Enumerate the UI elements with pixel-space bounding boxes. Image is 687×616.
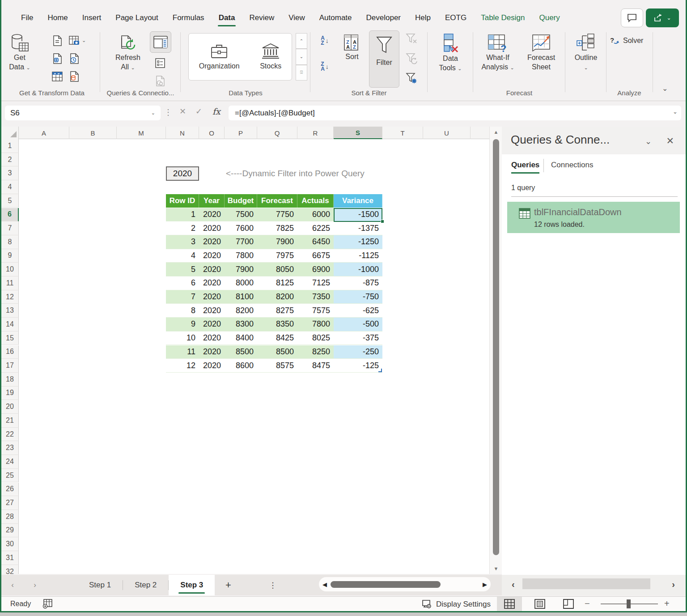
table-cell-r10-year[interactable]: 2020 xyxy=(199,331,225,345)
row-header-2[interactable]: 2 xyxy=(1,153,19,167)
existing-connections-button[interactable] xyxy=(68,71,80,82)
table-cell-r11-actuals[interactable]: 8250 xyxy=(297,345,334,359)
ribbon-tab-insert[interactable]: Insert xyxy=(75,8,109,28)
table-cell-r9-year[interactable]: 2020 xyxy=(199,318,225,331)
table-cell-r11-year[interactable]: 2020 xyxy=(199,345,225,359)
row-header-27[interactable]: 27 xyxy=(1,496,19,510)
row-header-5[interactable]: 5 xyxy=(1,194,19,208)
data-type-organization[interactable]: Organization xyxy=(199,43,240,70)
scroll-down-arrow[interactable]: ▼ xyxy=(490,563,502,574)
solver-button[interactable]: ? Solver xyxy=(610,36,643,46)
table-cell-r9-budget[interactable]: 8300 xyxy=(225,318,257,331)
table-cell-r3-row-id[interactable]: 3 xyxy=(166,235,199,249)
table-cell-r12-variance[interactable]: -125 xyxy=(334,359,382,373)
grid-vertical-scrollbar[interactable]: ▲ ▼ xyxy=(489,127,502,574)
panel-close-icon[interactable]: ✕ xyxy=(666,136,674,146)
name-box-chevron[interactable]: ⌄ xyxy=(151,110,155,116)
gallery-up-button[interactable]: ⌃ xyxy=(296,33,307,49)
scroll-right-arrow[interactable]: ▶ xyxy=(479,581,491,588)
sort-descending-button[interactable]: ZA↓ xyxy=(319,61,331,72)
row-header-16[interactable]: 16 xyxy=(1,345,19,359)
table-cell-r8-actuals[interactable]: 7575 xyxy=(297,304,334,318)
row-header-30[interactable]: 30 xyxy=(1,537,19,551)
table-cell-r9-row-id[interactable]: 9 xyxy=(166,318,199,331)
table-cell-r4-variance[interactable]: -1125 xyxy=(334,249,382,263)
table-cell-r6-variance[interactable]: -875 xyxy=(334,276,382,290)
formula-input[interactable]: =[@Actuals]-[@Budget] xyxy=(229,106,681,120)
ribbon-tab-query[interactable]: Query xyxy=(532,8,567,28)
macro-record-button[interactable] xyxy=(42,599,52,609)
table-cell-r8-year[interactable]: 2020 xyxy=(199,304,225,318)
year-filter-cell[interactable]: 2020 xyxy=(166,166,199,181)
table-cell-r4-row-id[interactable]: 4 xyxy=(166,249,199,263)
row-header-28[interactable]: 28 xyxy=(1,510,19,524)
row-header-32[interactable]: 32 xyxy=(1,565,19,574)
table-resize-handle[interactable] xyxy=(378,369,382,372)
table-cell-r6-forecast[interactable]: 8125 xyxy=(257,276,297,290)
column-header-P[interactable]: P xyxy=(225,127,257,139)
expand-formula-bar-chevron[interactable]: ⌄ xyxy=(673,108,678,115)
table-cell-r12-year[interactable]: 2020 xyxy=(199,359,225,373)
forecast-sheet-button[interactable]: Forecast Sheet xyxy=(521,30,561,72)
column-header-B[interactable]: B xyxy=(69,127,117,139)
row-header-10[interactable]: 10 xyxy=(1,263,19,276)
view-page-break-button[interactable] xyxy=(556,597,581,611)
column-header-S[interactable]: S xyxy=(334,127,382,139)
table-cell-r4-budget[interactable]: 7800 xyxy=(225,249,257,263)
table-cell-r5-year[interactable]: 2020 xyxy=(199,263,225,276)
recent-sources-button[interactable] xyxy=(68,53,80,64)
table-cell-r2-variance[interactable]: -1375 xyxy=(334,221,382,235)
table-cell-r2-forecast[interactable]: 7825 xyxy=(257,221,297,235)
table-cell-r3-budget[interactable]: 7700 xyxy=(225,235,257,249)
data-tools-button[interactable]: Data Tools ⌄ xyxy=(433,30,467,73)
gallery-down-button[interactable]: ⌄ xyxy=(296,49,307,64)
row-header-6[interactable]: 6 xyxy=(1,208,19,222)
query-list-item[interactable]: tblFInancialDataDown 12 rows loaded. xyxy=(507,202,680,233)
column-header-O[interactable]: O xyxy=(199,127,225,139)
table-cell-r4-forecast[interactable]: 7975 xyxy=(257,249,297,263)
column-header-Q[interactable]: Q xyxy=(257,127,297,139)
what-if-analysis-button[interactable]: ? What-If Analysis ⌄ xyxy=(476,30,519,72)
panel-scroll-thumb[interactable] xyxy=(522,578,650,589)
vertical-scroll-thumb[interactable] xyxy=(493,139,499,555)
table-cell-r12-row-id[interactable]: 12 xyxy=(166,359,199,373)
view-normal-button[interactable] xyxy=(497,597,522,611)
column-header-T[interactable]: T xyxy=(382,127,423,139)
table-cell-r5-forecast[interactable]: 8050 xyxy=(257,263,297,276)
insert-function-button[interactable]: fx xyxy=(212,106,221,116)
get-data-button[interactable]: Get Data ⌄ xyxy=(6,30,34,72)
table-cell-r7-year[interactable]: 2020 xyxy=(199,290,225,304)
sort-button[interactable]: Z A A Z Sort xyxy=(338,30,366,61)
table-cell-r6-budget[interactable]: 8000 xyxy=(225,276,257,290)
table-header-variance[interactable]: Variance xyxy=(334,194,382,208)
panel-options-chevron[interactable]: ⌄ xyxy=(645,136,652,146)
table-cell-r1-variance[interactable]: -1500 xyxy=(334,208,382,222)
zoom-out-button[interactable]: − xyxy=(585,599,590,609)
row-header-17[interactable]: 17 xyxy=(1,359,19,373)
table-cell-r3-forecast[interactable]: 7900 xyxy=(257,235,297,249)
table-cell-r12-forecast[interactable]: 8575 xyxy=(257,359,297,373)
tab-queries[interactable]: Queries xyxy=(511,161,539,170)
table-cell-r5-budget[interactable]: 7900 xyxy=(225,263,257,276)
view-page-layout-button[interactable] xyxy=(527,597,552,611)
column-header-M[interactable]: M xyxy=(117,127,166,139)
table-cell-r1-year[interactable]: 2020 xyxy=(199,208,225,222)
table-header-year[interactable]: Year xyxy=(199,194,225,208)
table-cell-r3-actuals[interactable]: 6450 xyxy=(297,235,334,249)
gallery-more-button[interactable]: ⍗ xyxy=(296,65,307,81)
share-button[interactable]: ⌄ xyxy=(646,8,679,27)
from-web-button[interactable] xyxy=(51,53,63,64)
sheet-nav-left-arrow[interactable]: ‹ xyxy=(1,575,24,595)
table-cell-r11-forecast[interactable]: 8500 xyxy=(257,345,297,359)
table-cell-r2-year[interactable]: 2020 xyxy=(199,221,225,235)
table-cell-r11-budget[interactable]: 8500 xyxy=(225,345,257,359)
from-picture-chevron[interactable]: ⌄ xyxy=(82,38,86,43)
ribbon-tab-table-design[interactable]: Table Design xyxy=(474,8,532,28)
table-cell-r8-variance[interactable]: -625 xyxy=(334,304,382,318)
tab-connections[interactable]: Connections xyxy=(551,161,594,170)
table-cell-r1-actuals[interactable]: 6000 xyxy=(297,208,334,222)
table-cell-r8-budget[interactable]: 8200 xyxy=(225,304,257,318)
row-header-3[interactable]: 3 xyxy=(1,166,19,180)
row-header-24[interactable]: 24 xyxy=(1,455,19,469)
ribbon-tab-file[interactable]: File xyxy=(14,8,40,28)
